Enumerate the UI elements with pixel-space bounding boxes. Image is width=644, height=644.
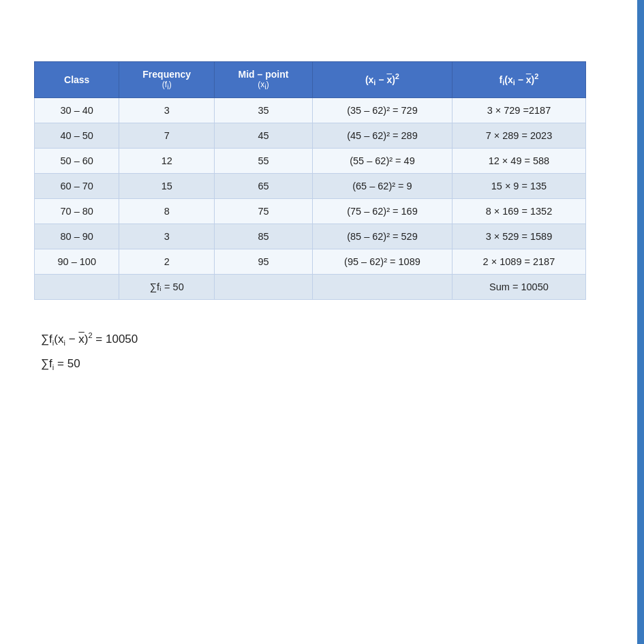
- table-cell: (45 – 62)² = 289: [313, 123, 453, 149]
- table-cell: 90 – 100: [35, 249, 119, 275]
- formula-section: ∑fi(xi − x)2 = 10050 ∑fi = 50: [34, 327, 586, 375]
- variance-table: Class Frequency(fi) Mid – point(xi) (xi …: [34, 61, 586, 300]
- table-sum-row: ∑fᵢ = 50Sum = 10050: [35, 275, 586, 300]
- table-cell: (95 – 62)² = 1089: [313, 249, 453, 275]
- table-cell: 45: [215, 123, 313, 149]
- table-cell: 3: [119, 98, 215, 123]
- col-header-frequency: Frequency(fi): [119, 62, 215, 98]
- table-cell: 40 – 50: [35, 123, 119, 149]
- table-cell: 30 – 40: [35, 98, 119, 123]
- table-cell: (55 – 62)² = 49: [313, 149, 453, 174]
- table-cell: 95: [215, 249, 313, 275]
- sum-cell: [215, 275, 313, 300]
- table-cell: 7 × 289 = 2023: [452, 123, 585, 149]
- table-cell: 55: [215, 149, 313, 174]
- sum-cell: Sum = 10050: [452, 275, 585, 300]
- table-row: 30 – 40335(35 – 62)² = 7293 × 729 =2187: [35, 98, 586, 123]
- table-cell: 50 – 60: [35, 149, 119, 174]
- table-cell: 60 – 70: [35, 174, 119, 199]
- table-cell: 75: [215, 199, 313, 224]
- table-row: 90 – 100295(95 – 62)² = 10892 × 1089 = 2…: [35, 249, 586, 275]
- table-cell: (85 – 62)² = 529: [313, 224, 453, 249]
- formula-line-2: ∑fi = 50: [41, 352, 586, 376]
- table-cell: 3 × 729 =2187: [452, 98, 585, 123]
- col-header-class: Class: [35, 62, 119, 98]
- sum-cell: [313, 275, 453, 300]
- table-cell: 35: [215, 98, 313, 123]
- right-bar: [637, 0, 644, 644]
- table-row: 70 – 80875(75 – 62)² = 1698 × 169 = 1352: [35, 199, 586, 224]
- table-cell: 15 × 9 = 135: [452, 174, 585, 199]
- table-cell: (75 – 62)² = 169: [313, 199, 453, 224]
- table-cell: 8 × 169 = 1352: [452, 199, 585, 224]
- formula-line-1: ∑fi(xi − x)2 = 10050: [41, 327, 586, 352]
- table-cell: 12: [119, 149, 215, 174]
- table-cell: 3 × 529 = 1589: [452, 224, 585, 249]
- table-row: 40 – 50745(45 – 62)² = 2897 × 289 = 2023: [35, 123, 586, 149]
- table-cell: 2: [119, 249, 215, 275]
- table-row: 60 – 701565(65 – 62)² = 915 × 9 = 135: [35, 174, 586, 199]
- sum-cell: ∑fᵢ = 50: [119, 275, 215, 300]
- table-cell: 8: [119, 199, 215, 224]
- table-cell: 80 – 90: [35, 224, 119, 249]
- table-cell: (35 – 62)² = 729: [313, 98, 453, 123]
- table-header-row: Class Frequency(fi) Mid – point(xi) (xi …: [35, 62, 586, 98]
- sum-cell: [35, 275, 119, 300]
- table-cell: 12 × 49 = 588: [452, 149, 585, 174]
- col-header-midpoint: Mid – point(xi): [215, 62, 313, 98]
- table-row: 80 – 90385(85 – 62)² = 5293 × 529 = 1589: [35, 224, 586, 249]
- table-cell: (65 – 62)² = 9: [313, 174, 453, 199]
- table-cell: 7: [119, 123, 215, 149]
- table-cell: 15: [119, 174, 215, 199]
- col-header-xi-xbar-sq: (xi − x)2: [313, 62, 453, 98]
- table-cell: 65: [215, 174, 313, 199]
- table-cell: 70 – 80: [35, 199, 119, 224]
- table-row: 50 – 601255(55 – 62)² = 4912 × 49 = 588: [35, 149, 586, 174]
- table-cell: 2 × 1089 = 2187: [452, 249, 585, 275]
- table-cell: 85: [215, 224, 313, 249]
- table-cell: 3: [119, 224, 215, 249]
- col-header-fi-xi-xbar-sq: fi(xi − x)2: [452, 62, 585, 98]
